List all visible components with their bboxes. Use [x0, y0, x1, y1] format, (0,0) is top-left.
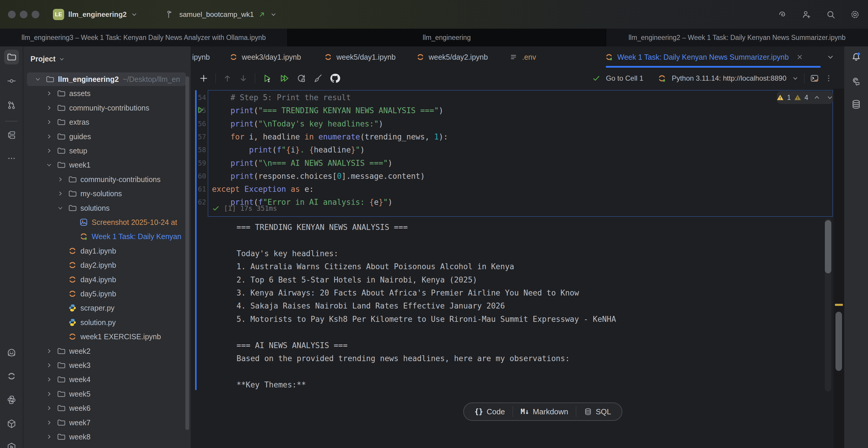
tree-item-week1[interactable]: week1 — [23, 158, 191, 172]
editor-tab-active[interactable]: Week 1 Task: Daily Kenyan News Summarize… — [605, 46, 804, 68]
tree-item-week5[interactable]: week5 — [23, 387, 191, 401]
chevron-down-icon[interactable] — [792, 75, 799, 82]
tree-item-week4[interactable]: week4 — [23, 372, 191, 387]
inspections-widget[interactable]: 1 4 — [777, 91, 833, 104]
prev-problem-chevron-icon[interactable] — [813, 94, 821, 101]
tree-item-scraper-py[interactable]: scraper.py — [23, 301, 191, 315]
commit-tool-icon[interactable] — [7, 76, 16, 86]
tree-item-week-1-task-daily-kenyan[interactable]: Week 1 Task: Daily Kenyan — [23, 229, 191, 244]
huggingface-tool-icon[interactable] — [6, 348, 17, 358]
window-tab[interactable]: llm_engineering — [288, 29, 606, 46]
ai-assistant-icon[interactable] — [778, 10, 787, 19]
restart-kernel-icon[interactable] — [297, 73, 306, 83]
run-cell-icon[interactable] — [262, 73, 272, 83]
chevron-down-icon[interactable] — [270, 11, 277, 18]
tree-item-day1-ipynb[interactable]: day1.ipynb — [23, 244, 191, 258]
tree-item-solution-py[interactable]: solution.py — [23, 315, 191, 329]
tree-item-community-contributions[interactable]: community-contributions — [23, 101, 191, 115]
tree-item-setup[interactable]: setup — [23, 143, 191, 158]
project-switcher[interactable]: llm_engineering2 — [68, 10, 127, 19]
warning-stripe-mark[interactable] — [835, 304, 843, 306]
notifications-bell-icon[interactable] — [851, 52, 862, 62]
add-cell-icon[interactable] — [199, 73, 209, 83]
tree-item-week2[interactable]: week2 — [23, 344, 191, 358]
structure-tool-icon[interactable] — [7, 130, 16, 140]
tree-item-day4-ipynb[interactable]: day4.ipynb — [23, 273, 191, 287]
hidden-tabs-chevron-icon[interactable] — [826, 53, 835, 61]
project-tool-icon[interactable] — [6, 52, 17, 62]
clear-outputs-icon[interactable] — [313, 73, 322, 83]
window-close-button[interactable] — [8, 11, 16, 18]
tree-item-env[interactable]: .env — [23, 444, 191, 448]
tree-item-week1-exercise-ipynb[interactable]: week1 EXERCISE.ipynb — [23, 329, 191, 344]
chevron-right-icon[interactable] — [45, 405, 53, 412]
editor-tab-4[interactable]: .env — [510, 46, 536, 68]
tree-item-week6[interactable]: week6 — [23, 401, 191, 415]
chevron-right-icon[interactable] — [57, 190, 64, 197]
chevron-right-icon[interactable] — [45, 119, 53, 126]
kernel-selector[interactable]: Python 3.11.14: http://localhost:8890 — [672, 74, 786, 83]
tree-item-solutions[interactable]: solutions — [23, 201, 191, 215]
tree-item-assets[interactable]: assets — [23, 86, 191, 100]
add-user-icon[interactable] — [802, 10, 811, 19]
ai-chat-icon[interactable] — [851, 76, 862, 86]
add-code-cell-button[interactable]: {}Code — [467, 403, 513, 420]
chevron-right-icon[interactable] — [45, 348, 53, 355]
tree-item-community-contributions[interactable]: community-contributions — [23, 172, 191, 187]
editor-tab-1[interactable]: week3/day1.ipynb — [229, 46, 301, 68]
chevron-right-icon[interactable] — [45, 362, 53, 369]
more-options-kebab-icon[interactable] — [825, 74, 833, 83]
next-problem-chevron-icon[interactable] — [826, 94, 834, 101]
chevron-down-icon[interactable] — [45, 161, 53, 168]
editor-tab-0[interactable]: ipynb — [192, 46, 210, 68]
chevron-down-icon[interactable] — [34, 76, 41, 83]
project-panel-header[interactable]: Project — [30, 55, 65, 63]
move-cell-up-icon[interactable] — [223, 74, 232, 83]
window-tab[interactable]: llm_engineering3 – Week 1 Task: Kenyan D… — [0, 29, 288, 46]
settings-gear-icon[interactable] — [850, 10, 860, 19]
push-arrow-icon[interactable] — [258, 11, 266, 18]
tree-item-screenshot-2025-10-24-at[interactable]: Screenshot 2025-10-24 at — [23, 215, 191, 229]
jupyter-console-icon[interactable] — [810, 73, 819, 83]
chevron-right-icon[interactable] — [57, 176, 64, 183]
python-console-tool-icon[interactable] — [6, 419, 17, 429]
add-markdown-cell-button[interactable]: M↓Markdown — [513, 403, 576, 420]
window-zoom-button[interactable] — [32, 11, 39, 18]
chevron-right-icon[interactable] — [45, 376, 53, 383]
vcs-branch-widget[interactable]: samuel_bootcamp_wk1 — [179, 10, 254, 19]
chevron-down-icon[interactable] — [131, 11, 138, 18]
add-sql-cell-button[interactable]: SQL — [576, 403, 619, 420]
tree-item-week8[interactable]: week8 — [23, 430, 191, 444]
tree-item-day5-ipynb[interactable]: day5.ipynb — [23, 287, 191, 301]
run-line-gutter-icon[interactable] — [196, 105, 205, 115]
chevron-right-icon[interactable] — [45, 147, 53, 154]
move-cell-down-icon[interactable] — [239, 74, 248, 83]
tree-item-my-solutions[interactable]: my-solutions — [23, 187, 191, 201]
tree-item-week7[interactable]: week7 — [23, 415, 191, 430]
chevron-right-icon[interactable] — [45, 433, 53, 440]
close-tab-icon[interactable] — [796, 53, 804, 61]
tree-item-week3[interactable]: week3 — [23, 358, 191, 372]
window-minimize-button[interactable] — [20, 11, 28, 18]
editor-tab-2[interactable]: week5/day1.ipynb — [324, 46, 396, 68]
python-packages-tool-icon[interactable] — [6, 395, 17, 405]
editor-scrollbar-thumb[interactable] — [835, 312, 842, 371]
chevron-right-icon[interactable] — [45, 390, 53, 397]
window-tab[interactable]: llm_engineering2 – Week 1 Task: Daily Ke… — [606, 29, 868, 46]
database-tool-icon[interactable] — [851, 99, 862, 109]
tree-item-day2-ipynb[interactable]: day2.ipynb — [23, 258, 191, 272]
pull-requests-tool-icon[interactable] — [7, 100, 16, 110]
tree-item-extras[interactable]: extras — [23, 115, 191, 129]
project-tree-scrollbar[interactable] — [185, 76, 189, 430]
editor-tab-3[interactable]: week5/day2.ipynb — [416, 46, 488, 68]
goto-cell-button[interactable]: Go to Cell 1 — [606, 74, 643, 83]
run-all-cells-icon[interactable] — [279, 73, 289, 83]
run-tool-icon[interactable] — [6, 442, 17, 448]
chevron-right-icon[interactable] — [45, 104, 53, 111]
github-icon[interactable] — [330, 73, 340, 84]
chevron-right-icon[interactable] — [45, 90, 53, 97]
tree-item-guides[interactable]: guides — [23, 129, 191, 143]
output-scrollbar-thumb[interactable] — [825, 220, 831, 274]
search-icon[interactable] — [826, 10, 835, 19]
chevron-down-icon[interactable] — [57, 204, 64, 212]
